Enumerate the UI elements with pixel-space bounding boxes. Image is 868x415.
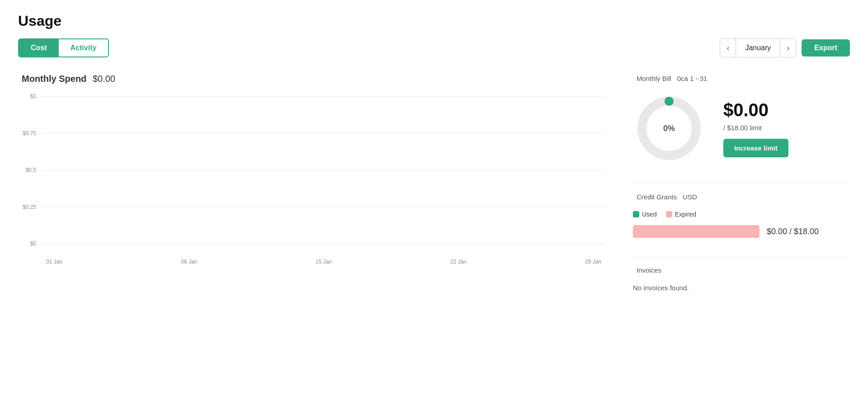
credit-grants-currency: USD [683,193,697,201]
used-dot [633,211,639,217]
x-label-4: 22 Jan [450,259,467,265]
grid-rule-4 [42,207,606,207]
x-label-5: 29 Jan [585,259,601,265]
grid-rule-1 [42,96,606,97]
legend-expired: Expired [666,211,696,218]
bill-amount: $0.00 [723,100,788,120]
monthly-bill-section: Monthly Bill 0ca 1 - 31 0% $0.00 [633,74,850,165]
spend-chart: $1 $0.75 $0.5 $0.25 [18,93,606,265]
bill-limit: / $18.00 limit [723,124,788,132]
monthly-spend-value: $0.00 [93,74,115,84]
grid-line-3: $0.5 [36,167,606,173]
month-label: January [736,38,780,57]
y-label-1: $1 [18,93,36,99]
y-label-2: $0.75 [18,130,36,137]
invoices-label: Invoices [637,266,661,274]
donut-center-label: 0% [663,124,675,133]
tab-group: Cost Activity [18,38,109,57]
next-month-button[interactable]: › [780,39,796,57]
used-label: Used [642,211,657,218]
y-label-5: $0 [18,241,36,247]
invoices-section: Invoices No invoices found. [633,265,850,292]
donut-chart: 0% [633,92,705,165]
bill-info: $0.00 / $18.00 limit Increase limit [723,100,788,157]
bill-content: 0% $0.00 / $18.00 limit Increase limit [633,92,850,165]
monthly-bill-date: 0ca 1 - 31 [677,75,708,82]
credit-bar-value: $0.00 / $18.00 [767,227,819,236]
y-label-3: $0.5 [18,167,36,173]
grid-rule-2 [42,133,606,133]
increase-limit-button[interactable]: Increase limit [723,139,788,157]
nav-right: ‹ January › Export [720,38,850,57]
prev-month-button[interactable]: ‹ [720,39,736,57]
tab-cost[interactable]: Cost [19,39,59,57]
left-panel: Monthly Spend $0.00 $1 $0.75 $0.5 [18,74,606,292]
invoices-title: Invoices [633,265,850,275]
tab-activity[interactable]: Activity [59,39,108,57]
divider-1 [633,183,850,183]
credit-bar-bg [633,225,760,238]
month-navigator: ‹ January › [720,38,796,57]
monthly-bill-title: Monthly Bill 0ca 1 - 31 [633,74,850,83]
monthly-spend-label: Monthly Spend [22,74,86,84]
export-button[interactable]: Export [802,39,850,57]
grid-line-2: $0.75 [36,130,606,137]
x-label-2: 08 Jan [181,259,197,265]
x-axis: 01 Jan 08 Jan 15 Jan 22 Jan 29 Jan [42,259,606,265]
expired-label: Expired [675,211,696,218]
monthly-bill-label: Monthly Bill [637,75,671,82]
credit-bar-row: $0.00 / $18.00 [633,225,850,238]
page-title: Usage [18,13,850,29]
x-label-1: 01 Jan [46,259,62,265]
grid-line-1: $1 [36,93,606,99]
monthly-spend-header: Monthly Spend $0.00 [18,74,606,84]
credit-grants-label: Credit Grants [637,193,677,201]
credit-grants-section: Credit Grants USD Used Expired [633,192,850,238]
grid-rule-5 [42,244,606,244]
legend-used: Used [633,211,657,218]
main-content: Monthly Spend $0.00 $1 $0.75 $0.5 [18,74,850,292]
x-label-3: 15 Jan [316,259,332,265]
tabs-and-nav: Cost Activity ‹ January › Export [18,38,850,57]
divider-2 [633,256,850,256]
chart-grid: $1 $0.75 $0.5 $0.25 [36,93,606,247]
grid-line-5: $0 [36,241,606,247]
right-panel: Monthly Bill 0ca 1 - 31 0% $0.00 [633,74,850,292]
credit-grants-title: Credit Grants USD [633,192,850,202]
y-label-4: $0.25 [18,204,36,210]
credit-grants-legend: Used Expired [633,211,850,218]
grid-line-4: $0.25 [36,204,606,210]
grid-rule-3 [42,170,606,170]
no-invoices-message: No invoices found. [633,284,850,292]
expired-dot [666,211,672,217]
